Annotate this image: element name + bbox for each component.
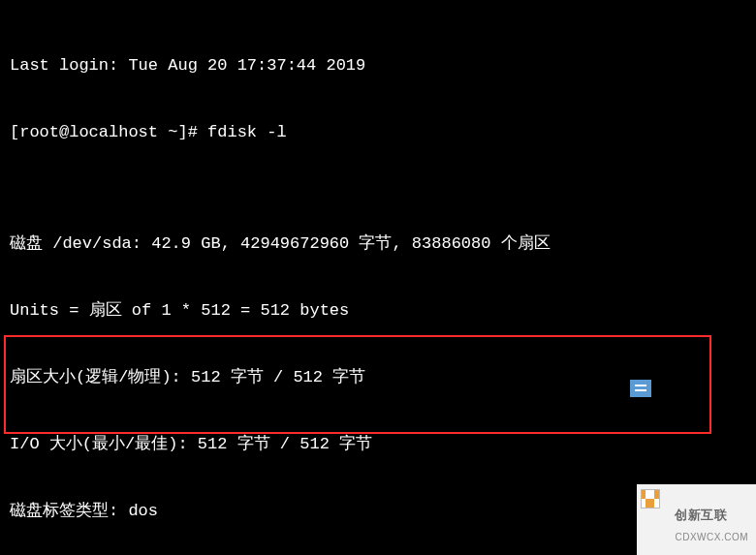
- watermark-title: 创新互联: [675, 508, 727, 522]
- last-login-line: Last login: Tue Aug 20 17:37:44 2019: [10, 54, 746, 77]
- disk-sda-header: 磁盘 /dev/sda: 42.9 GB, 42949672960 字节, 83…: [10, 232, 746, 255]
- watermark-logo-icon: [641, 489, 660, 509]
- terminal-window[interactable]: Last login: Tue Aug 20 17:37:44 2019 [ro…: [0, 0, 756, 555]
- shell-prompt-line: [root@localhost ~]# fdisk -l: [10, 121, 746, 143]
- watermark: 创新互联 CDXWCX.COM: [637, 484, 756, 555]
- disk-sda-units: Units = 扇区 of 1 * 512 = 512 bytes: [10, 299, 746, 322]
- disk-sda-io-size: I/O 大小(最小/最佳): 512 字节 / 512 字节: [10, 433, 746, 455]
- watermark-subtitle: CDXWCX.COM: [675, 532, 748, 542]
- menu-icon: [630, 380, 651, 397]
- disk-sda-label-type: 磁盘标签类型: dos: [10, 500, 746, 522]
